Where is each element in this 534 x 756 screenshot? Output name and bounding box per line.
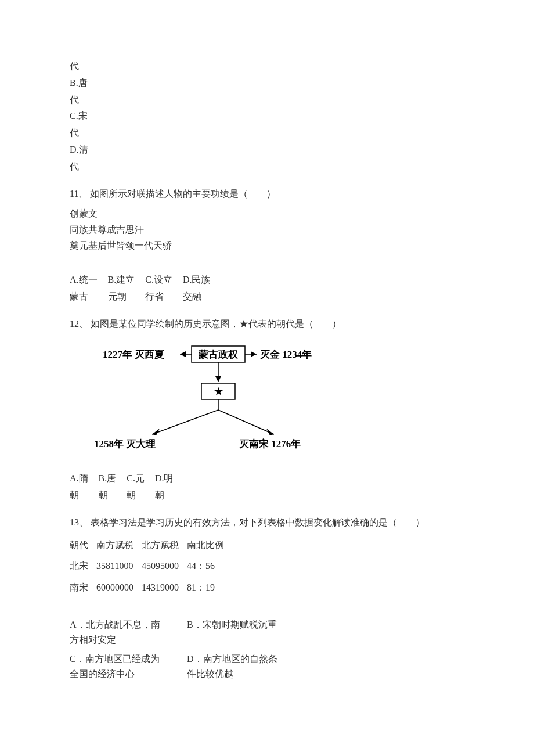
q11-option-b: B.建立 元朝 bbox=[108, 272, 135, 305]
prev-opt-line: 代 bbox=[70, 159, 464, 175]
arrow-head-icon bbox=[266, 429, 274, 435]
option-text: C.设立 bbox=[145, 272, 172, 289]
q13-option-a: A．北方战乱不息，南方相对安定 bbox=[70, 617, 168, 647]
question-13: 13、 表格学习法是学习历史的有效方法，对下列表格中数据变化解读准确的是（ ） … bbox=[70, 514, 464, 682]
table-header: 南方赋税 bbox=[96, 535, 142, 556]
option-text: B.建立 bbox=[108, 272, 135, 289]
diagram-svg: 蒙古政权 1227年 灭西夏 灭金 1234年 ★ bbox=[82, 341, 332, 458]
table-header: 南北比例 bbox=[187, 535, 232, 556]
q13-option-c: C．南方地区已经成为全国的经济中心 bbox=[70, 651, 168, 681]
arrow-head-icon bbox=[215, 376, 221, 382]
table-cell: 60000000 bbox=[96, 577, 142, 599]
option-text: A.统一 bbox=[70, 272, 98, 289]
q11-option-d: D.民族 交融 bbox=[183, 272, 211, 305]
table-cell: 南宋 bbox=[70, 577, 96, 599]
q11-couplet: 创蒙文 同族共尊成吉思汗 奠元基后世皆颂一代天骄 bbox=[70, 206, 464, 253]
table-cell: 14319000 bbox=[142, 577, 187, 599]
option-text: 行省 bbox=[145, 289, 164, 305]
arrow-head-icon bbox=[251, 351, 257, 357]
table-cell: 81：19 bbox=[187, 577, 232, 599]
table-cell: 35811000 bbox=[96, 556, 142, 577]
table-cell: 北宋 bbox=[70, 556, 96, 577]
option-text: 元朝 bbox=[108, 289, 127, 305]
option-text: 朝 bbox=[70, 487, 79, 504]
option-text: 蒙古 bbox=[70, 289, 88, 305]
q13-options-row1: A．北方战乱不息，南方相对安定 B．宋朝时期赋税沉重 bbox=[70, 617, 464, 647]
prev-question-options: 代 B.唐 代 C.宋 代 D.清 代 bbox=[70, 58, 464, 175]
q12-diagram: 蒙古政权 1227年 灭西夏 灭金 1234年 ★ bbox=[82, 341, 464, 463]
q13-options-row2: C．南方地区已经成为全国的经济中心 D．南方地区的自然条件比较优越 bbox=[70, 651, 464, 681]
diagram-label-bl: 1258年 灭大理 bbox=[94, 438, 156, 449]
q11-option-c: C.设立 行省 bbox=[145, 272, 172, 305]
table-row: 朝代 南方赋税 北方赋税 南北比例 bbox=[70, 535, 232, 556]
option-text: 朝 bbox=[99, 487, 108, 504]
prev-opt-line: 代 bbox=[70, 92, 464, 109]
diagram-label-top: 蒙古政权 bbox=[198, 349, 239, 360]
q11-option-a: A.统一 蒙古 bbox=[70, 272, 98, 305]
option-text: 朝 bbox=[127, 487, 136, 504]
question-12: 12、 如图是某位同学绘制的历史示意图，★代表的朝代是（ ） 蒙古政权 1227… bbox=[70, 316, 464, 504]
q12-option-a: A.隋 朝 bbox=[70, 470, 88, 504]
diagram-label-right: 灭金 1234年 bbox=[260, 349, 312, 360]
prev-opt-line: B.唐 bbox=[70, 75, 464, 92]
q12-option-b: B.唐 朝 bbox=[99, 470, 117, 504]
option-text: C.元 bbox=[127, 470, 145, 487]
question-11: 11、 如图所示对联描述人物的主要功绩是（ ） 创蒙文 同族共尊成吉思汗 奠元基… bbox=[70, 186, 464, 305]
q11-options: A.统一 蒙古 B.建立 元朝 C.设立 行省 D.民族 交融 bbox=[70, 272, 464, 305]
table-row: 北宋 35811000 45095000 44：56 bbox=[70, 556, 232, 577]
table-row: 南宋 60000000 14319000 81：19 bbox=[70, 577, 232, 599]
q13-stem: 13、 表格学习法是学习历史的有效方法，对下列表格中数据变化解读准确的是（ ） bbox=[70, 514, 464, 531]
q13-table: 朝代 南方赋税 北方赋税 南北比例 北宋 35811000 45095000 4… bbox=[70, 535, 232, 599]
option-text: 交融 bbox=[183, 289, 201, 305]
diagram-label-left: 1227年 灭西夏 bbox=[103, 349, 164, 360]
q13-option-d: D．南方地区的自然条件比较优越 bbox=[187, 651, 286, 681]
q12-option-c: C.元 朝 bbox=[127, 470, 145, 504]
star-icon: ★ bbox=[214, 386, 223, 397]
option-text: D.民族 bbox=[183, 272, 211, 289]
couplet-line: 创蒙文 bbox=[70, 206, 464, 221]
table-header: 北方赋税 bbox=[142, 535, 187, 556]
branch-line bbox=[152, 410, 218, 434]
table-cell: 45095000 bbox=[142, 556, 187, 577]
couplet-line: 同族共尊成吉思汗 bbox=[70, 222, 464, 237]
couplet-line: 奠元基后世皆颂一代天骄 bbox=[70, 237, 464, 253]
option-text: 朝 bbox=[155, 487, 164, 504]
table-header: 朝代 bbox=[70, 535, 96, 556]
option-text: A.隋 bbox=[70, 470, 88, 487]
table-cell: 44：56 bbox=[187, 556, 232, 577]
q11-stem: 11、 如图所示对联描述人物的主要功绩是（ ） bbox=[70, 186, 464, 203]
arrow-head-icon bbox=[180, 351, 186, 357]
option-text: B.唐 bbox=[99, 470, 117, 487]
prev-opt-line: 代 bbox=[70, 125, 464, 142]
q12-options: A.隋 朝 B.唐 朝 C.元 朝 D.明 朝 bbox=[70, 470, 464, 504]
q12-option-d: D.明 朝 bbox=[155, 470, 174, 504]
prev-opt-line: D.清 bbox=[70, 142, 464, 159]
option-text: D.明 bbox=[155, 470, 174, 487]
diagram-label-br: 灭南宋 1276年 bbox=[239, 438, 301, 449]
branch-line bbox=[218, 410, 274, 434]
prev-opt-line: 代 bbox=[70, 58, 464, 75]
q12-stem: 12、 如图是某位同学绘制的历史示意图，★代表的朝代是（ ） bbox=[70, 316, 464, 333]
prev-opt-line: C.宋 bbox=[70, 108, 464, 125]
q13-option-b: B．宋朝时期赋税沉重 bbox=[187, 617, 286, 647]
